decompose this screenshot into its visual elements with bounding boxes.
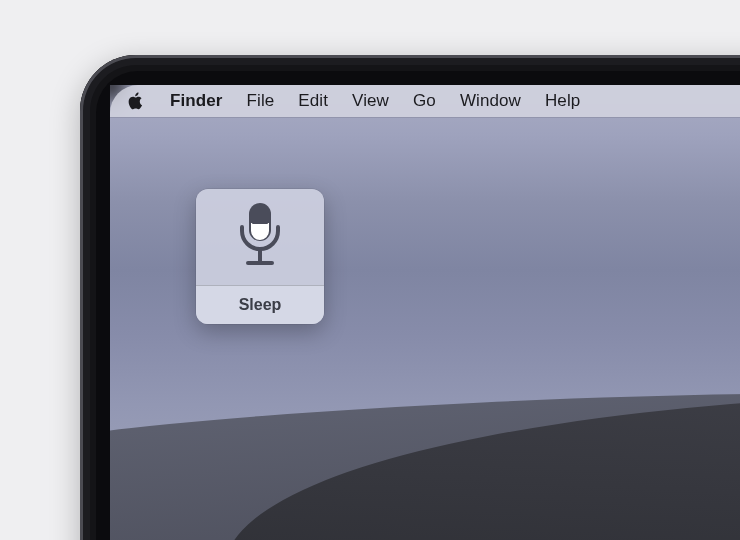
menu-item-help[interactable]: Help — [533, 85, 592, 117]
screen: Finder File Edit View Go Window Help — [110, 85, 740, 540]
apple-menu-icon[interactable] — [126, 92, 144, 110]
menu-item-edit[interactable]: Edit — [286, 85, 340, 117]
menu-item-file[interactable]: File — [235, 85, 287, 117]
microphone-icon — [234, 199, 286, 275]
laptop-frame: Finder File Edit View Go Window Help — [80, 55, 740, 540]
menu-bar: Finder File Edit View Go Window Help — [110, 85, 740, 117]
voice-control-mic-area — [196, 189, 324, 285]
menu-item-view[interactable]: View — [340, 85, 401, 117]
menu-item-go[interactable]: Go — [401, 85, 448, 117]
voice-control-status: Sleep — [196, 285, 324, 324]
voice-control-feedback-window[interactable]: Sleep — [196, 189, 324, 324]
menu-app-name[interactable]: Finder — [158, 85, 235, 117]
screen-bezel: Finder File Edit View Go Window Help — [96, 71, 740, 540]
menu-item-window[interactable]: Window — [448, 85, 533, 117]
